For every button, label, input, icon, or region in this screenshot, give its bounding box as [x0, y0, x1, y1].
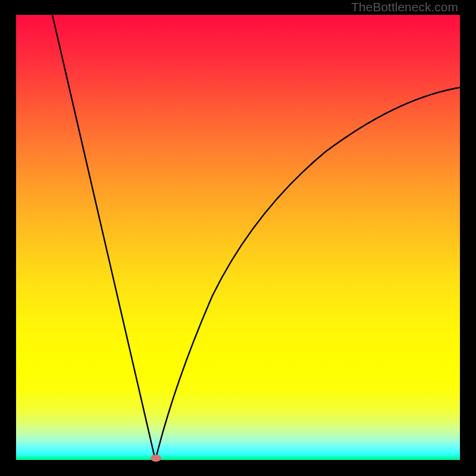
- chart-plot-area: [16, 15, 460, 460]
- watermark-text: TheBottleneck.com: [351, 0, 458, 14]
- vertex-marker: [151, 455, 161, 462]
- gradient-background: [16, 15, 460, 460]
